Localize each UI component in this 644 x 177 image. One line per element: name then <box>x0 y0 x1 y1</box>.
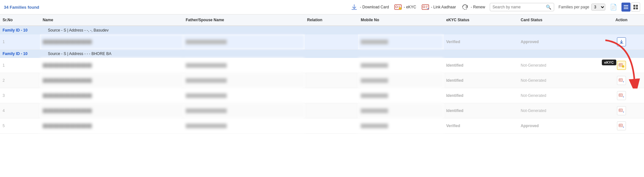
link-aadhaar-button[interactable]: - Link Aadhaar <box>421 3 456 12</box>
per-page-select[interactable]: 3 5 10 <box>591 4 605 11</box>
cell-father: ███████████████ <box>183 58 305 73</box>
families-table: Sr.No Name Father/Spouse Name Relation M… <box>0 14 644 134</box>
cell-card: Approved <box>518 34 599 50</box>
ekyc-action-icon[interactable]: ✓ <box>617 61 626 70</box>
ekyc-action-icon-2[interactable] <box>617 76 626 85</box>
cell-srno: 3 <box>0 88 40 103</box>
family-id-row-1: Family ID - 10 Source - S | Address - -,… <box>0 26 644 34</box>
cell-father: ███████████████ <box>183 88 305 103</box>
svg-rect-12 <box>633 7 635 9</box>
family-id-label-1: Family ID - 10 <box>3 28 47 33</box>
cell-relation <box>305 103 358 118</box>
renew-button[interactable]: - Renew <box>460 3 485 12</box>
download-card-button[interactable]: - Download Card <box>350 3 389 12</box>
table-row: 4 ██████████████████ ███████████████ ███… <box>0 103 644 118</box>
svg-point-26 <box>620 125 620 126</box>
ekyc-icon: ✓ <box>393 3 402 12</box>
cell-father: ███████████████ <box>183 103 305 118</box>
ekyc-action-icon-3[interactable] <box>617 91 626 100</box>
svg-rect-0 <box>352 9 357 10</box>
col-card-status: Card Status <box>518 14 599 26</box>
search-box[interactable]: 🔍 <box>490 3 554 11</box>
col-father-spouse: Father/Spouse Name <box>183 14 305 26</box>
svg-rect-8 <box>624 7 628 7</box>
cell-mobile: ██████████ <box>358 103 444 118</box>
svg-rect-14 <box>620 43 623 44</box>
families-count: 34 Families found <box>4 5 39 10</box>
view-toggle <box>621 3 640 12</box>
cell-srno: 1 <box>0 34 40 50</box>
cell-name: ██████████████████ <box>40 103 183 118</box>
link-aadhaar-icon <box>421 3 430 12</box>
per-page-label: Families per page <box>559 5 589 9</box>
cell-ekyc: Verified <box>444 34 518 50</box>
svg-rect-9 <box>624 8 628 9</box>
col-ekyc-status: eKYC Status <box>444 14 518 26</box>
svg-rect-10 <box>633 5 635 7</box>
renew-label: - Renew <box>471 5 485 9</box>
col-relation: Relation <box>305 14 358 26</box>
families-table-container: Sr.No Name Father/Spouse Name Relation M… <box>0 14 644 134</box>
cell-mobile: ██████████ <box>358 88 444 103</box>
cell-ekyc: Verified <box>444 118 518 134</box>
cell-action <box>599 73 644 88</box>
renew-icon <box>460 3 469 12</box>
col-mobile: Mobile No <box>358 14 444 26</box>
cell-action <box>599 34 644 50</box>
table-row: 3 ██████████████████ ███████████████ ███… <box>0 88 644 103</box>
col-srno: Sr.No <box>0 14 40 26</box>
cell-name: ██████████████████ <box>40 88 183 103</box>
cell-action: eKYC ✓ <box>599 58 644 73</box>
ekyc-button[interactable]: ✓ - eKYC <box>393 3 416 12</box>
link-aadhaar-label: - Link Aadhaar <box>431 5 456 9</box>
download-card-icon <box>350 3 359 12</box>
cell-relation <box>305 34 358 50</box>
cell-relation <box>305 58 358 73</box>
family-id-row-2: Family ID - 10 Source - S | Address - - … <box>0 50 644 58</box>
ekyc-label: - eKYC <box>404 5 416 9</box>
ekyc-badge: eKYC ✓ <box>617 61 626 70</box>
cell-name: ██████████████████ <box>40 73 183 88</box>
table-row: 5 ██████████████████ ███████████████ ███… <box>0 118 644 134</box>
list-view-button[interactable] <box>621 3 630 12</box>
ekyc-action-icon-4[interactable] <box>617 106 626 115</box>
grid-view-button[interactable] <box>631 3 640 12</box>
cell-relation <box>305 118 358 134</box>
download-action-icon[interactable] <box>617 37 626 46</box>
download-card-label: - Download Card <box>360 5 389 9</box>
cell-card: Not-Generated <box>518 58 599 73</box>
cell-father: ███████████████ <box>183 34 305 50</box>
col-action: Action <box>599 14 644 26</box>
toolbar: 34 Families found - Download Card ✓ <box>0 0 644 14</box>
cell-name: ██████████████████ <box>40 58 183 73</box>
search-icon: 🔍 <box>546 5 551 10</box>
cell-name: ██████████████████ <box>40 34 183 50</box>
cell-name: ██████████████████ <box>40 118 183 134</box>
svg-point-24 <box>620 110 620 111</box>
family-id-label-2: Family ID - 10 <box>3 51 47 56</box>
toolbar-actions: - Download Card ✓ - eKYC <box>350 3 640 12</box>
cell-ekyc: Identified <box>444 88 518 103</box>
cell-card: Not-Generated <box>518 73 599 88</box>
cell-action <box>599 103 644 118</box>
cell-ekyc: Identified <box>444 58 518 73</box>
cell-mobile: ██████████ <box>358 118 444 134</box>
ekyc-tooltip: eKYC <box>602 60 616 65</box>
family-source-1: Source - S | Address - -, -, Basudev <box>48 28 109 33</box>
svg-point-16 <box>620 64 620 65</box>
search-input[interactable] <box>493 5 544 9</box>
svg-point-20 <box>620 79 620 80</box>
cell-mobile: ██████████ <box>358 73 444 88</box>
pdf-icon[interactable]: 📄 <box>610 4 617 11</box>
svg-point-2 <box>395 6 397 8</box>
svg-text:✓: ✓ <box>400 8 401 10</box>
cell-relation <box>305 88 358 103</box>
svg-point-22 <box>620 95 620 96</box>
svg-point-6 <box>423 6 425 8</box>
cell-card: Not-Generated <box>518 88 599 103</box>
cell-ekyc: Identified <box>444 103 518 118</box>
col-name: Name <box>40 14 183 26</box>
cell-srno: 5 <box>0 118 40 134</box>
ekyc-action-icon-5[interactable] <box>617 121 626 130</box>
cell-card: Not-Generated <box>518 103 599 118</box>
